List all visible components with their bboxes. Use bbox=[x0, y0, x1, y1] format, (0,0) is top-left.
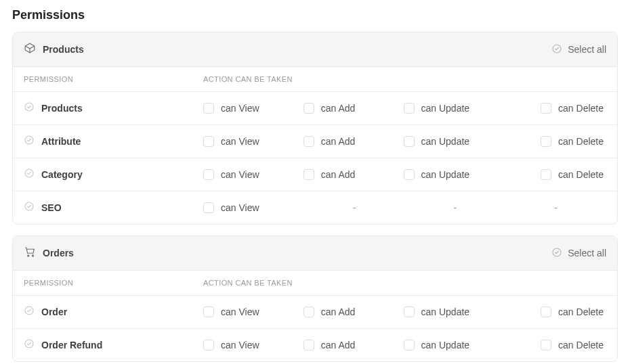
check-circle-icon bbox=[24, 135, 35, 148]
action-label: can Update bbox=[421, 306, 470, 317]
group-header: Products Select all bbox=[13, 32, 617, 67]
action-label: can Delete bbox=[558, 169, 604, 180]
checkbox-delete[interactable] bbox=[541, 136, 551, 147]
permission-name: Category bbox=[41, 169, 83, 180]
checkbox-view[interactable] bbox=[203, 103, 214, 114]
action-label: can Add bbox=[321, 340, 356, 350]
permission-group-products: Products Select all PERMISSION ACTION CA… bbox=[12, 32, 618, 225]
page-title: Permissions bbox=[12, 8, 618, 22]
permission-row: Attribute can View can Add can Update ca… bbox=[13, 125, 617, 158]
action-label: can Update bbox=[421, 103, 470, 114]
group-title: Orders bbox=[43, 248, 74, 258]
checkbox-add[interactable] bbox=[303, 306, 314, 317]
no-action: - bbox=[353, 202, 356, 213]
checkbox-update[interactable] bbox=[404, 169, 415, 180]
columns-header: PERMISSION ACTION CAN BE TAKEN bbox=[13, 67, 617, 92]
checkbox-update[interactable] bbox=[404, 340, 415, 350]
checkbox-add[interactable] bbox=[303, 103, 314, 114]
permission-row: SEO can View - - - bbox=[13, 191, 617, 224]
check-circle-icon bbox=[551, 247, 562, 260]
checkbox-delete[interactable] bbox=[541, 169, 551, 180]
action-label: can Add bbox=[321, 169, 356, 180]
select-all-label: Select all bbox=[568, 44, 606, 55]
columns-header: PERMISSION ACTION CAN BE TAKEN bbox=[13, 271, 617, 296]
action-label: can View bbox=[221, 340, 259, 350]
permission-row: Order Refund can View can Add can Update… bbox=[13, 329, 617, 361]
action-label: can View bbox=[221, 306, 259, 317]
action-label: can View bbox=[221, 136, 259, 147]
permission-row: Order can View can Add can Update can De… bbox=[13, 296, 617, 329]
action-label: can Delete bbox=[558, 306, 604, 317]
column-actions: ACTION CAN BE TAKEN bbox=[203, 75, 606, 83]
permission-name: Products bbox=[41, 103, 83, 114]
svg-point-5 bbox=[28, 255, 29, 256]
column-actions: ACTION CAN BE TAKEN bbox=[203, 279, 606, 287]
box-icon bbox=[24, 42, 36, 57]
action-label: can Update bbox=[421, 340, 470, 350]
checkbox-update[interactable] bbox=[404, 306, 415, 317]
check-circle-icon bbox=[24, 305, 35, 319]
action-label: can View bbox=[221, 103, 259, 114]
select-all-button[interactable]: Select all bbox=[551, 247, 606, 260]
checkbox-add[interactable] bbox=[303, 136, 314, 147]
checkbox-delete[interactable] bbox=[541, 340, 551, 350]
check-circle-icon bbox=[24, 101, 35, 115]
permission-name: Order Refund bbox=[41, 340, 102, 350]
check-circle-icon bbox=[551, 43, 562, 56]
cart-icon bbox=[24, 246, 36, 260]
action-label: can View bbox=[221, 169, 259, 180]
check-circle-icon bbox=[24, 168, 35, 181]
check-circle-icon bbox=[24, 201, 35, 214]
action-label: can Delete bbox=[558, 136, 604, 147]
no-action: - bbox=[454, 202, 457, 213]
select-all-button[interactable]: Select all bbox=[551, 43, 606, 56]
action-label: can Update bbox=[421, 169, 470, 180]
checkbox-view[interactable] bbox=[203, 136, 214, 147]
action-label: can Delete bbox=[558, 103, 604, 114]
checkbox-update[interactable] bbox=[404, 136, 415, 147]
checkbox-delete[interactable] bbox=[541, 103, 551, 114]
select-all-label: Select all bbox=[568, 248, 606, 258]
permission-name: Attribute bbox=[41, 136, 81, 147]
checkbox-add[interactable] bbox=[303, 169, 314, 180]
check-circle-icon bbox=[24, 338, 35, 352]
action-label: can Add bbox=[321, 306, 356, 317]
column-permission: PERMISSION bbox=[24, 75, 203, 83]
group-title: Products bbox=[43, 44, 84, 55]
permission-name: Order bbox=[41, 306, 67, 317]
checkbox-view[interactable] bbox=[203, 202, 214, 213]
group-header: Orders Select all bbox=[13, 236, 617, 271]
checkbox-view[interactable] bbox=[203, 340, 214, 350]
action-label: can Update bbox=[421, 136, 470, 147]
action-label: can View bbox=[221, 202, 259, 213]
column-permission: PERMISSION bbox=[24, 279, 203, 287]
checkbox-update[interactable] bbox=[404, 103, 415, 114]
permission-name: SEO bbox=[41, 202, 62, 213]
checkbox-delete[interactable] bbox=[541, 306, 551, 317]
checkbox-add[interactable] bbox=[303, 340, 314, 350]
permission-row: Products can View can Add can Update can… bbox=[13, 92, 617, 125]
permission-group-orders: Orders Select all PERMISSION ACTION CAN … bbox=[12, 235, 618, 362]
checkbox-view[interactable] bbox=[203, 306, 214, 317]
action-label: can Add bbox=[321, 103, 356, 114]
permission-row: Category can View can Add can Update can… bbox=[13, 158, 617, 191]
checkbox-view[interactable] bbox=[203, 169, 214, 180]
svg-point-6 bbox=[32, 255, 33, 256]
no-action: - bbox=[554, 202, 558, 213]
action-label: can Add bbox=[321, 136, 356, 147]
action-label: can Delete bbox=[558, 340, 604, 350]
